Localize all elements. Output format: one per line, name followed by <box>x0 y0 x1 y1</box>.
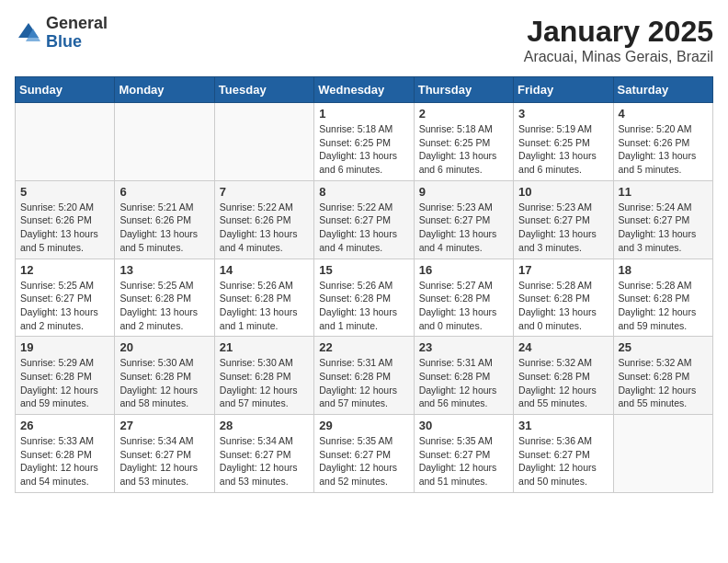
day-number: 18 <box>619 263 708 277</box>
header-sunday: Sunday <box>16 77 115 103</box>
calendar-cell: 22Sunrise: 5:31 AM Sunset: 6:28 PM Dayli… <box>314 337 414 415</box>
day-detail: Sunrise: 5:24 AM Sunset: 6:27 PM Dayligh… <box>619 201 708 255</box>
calendar-cell: 3Sunrise: 5:19 AM Sunset: 6:25 PM Daylig… <box>514 103 613 181</box>
calendar-cell: 10Sunrise: 5:23 AM Sunset: 6:27 PM Dayli… <box>514 180 613 259</box>
calendar-week-row: 12Sunrise: 5:25 AM Sunset: 6:27 PM Dayli… <box>16 259 713 337</box>
day-detail: Sunrise: 5:18 AM Sunset: 6:25 PM Dayligh… <box>319 122 408 177</box>
day-detail: Sunrise: 5:34 AM Sunset: 6:27 PM Dayligh… <box>220 434 309 488</box>
calendar-week-row: 26Sunrise: 5:33 AM Sunset: 6:28 PM Dayli… <box>16 415 713 493</box>
day-detail: Sunrise: 5:25 AM Sunset: 6:28 PM Dayligh… <box>119 279 209 333</box>
day-detail: Sunrise: 5:23 AM Sunset: 6:27 PM Dayligh… <box>518 201 608 255</box>
day-detail: Sunrise: 5:21 AM Sunset: 6:26 PM Dayligh… <box>119 201 209 255</box>
day-number: 16 <box>419 263 508 277</box>
day-detail: Sunrise: 5:36 AM Sunset: 6:27 PM Dayligh… <box>518 434 608 488</box>
day-number: 5 <box>20 185 109 199</box>
day-detail: Sunrise: 5:28 AM Sunset: 6:28 PM Dayligh… <box>619 279 708 333</box>
calendar-cell: 2Sunrise: 5:18 AM Sunset: 6:25 PM Daylig… <box>414 103 513 181</box>
day-detail: Sunrise: 5:31 AM Sunset: 6:28 PM Dayligh… <box>419 356 508 410</box>
calendar-cell: 19Sunrise: 5:29 AM Sunset: 6:28 PM Dayli… <box>16 337 115 415</box>
calendar-cell <box>214 103 313 181</box>
calendar-week-row: 5Sunrise: 5:20 AM Sunset: 6:26 PM Daylig… <box>16 180 713 259</box>
day-number: 31 <box>518 419 608 432</box>
day-number: 29 <box>319 419 408 432</box>
logo: General Blue <box>15 15 108 52</box>
calendar-subtitle: Aracuai, Minas Gerais, Brazil <box>524 49 713 65</box>
calendar-cell: 9Sunrise: 5:23 AM Sunset: 6:27 PM Daylig… <box>414 180 513 259</box>
calendar-cell: 24Sunrise: 5:32 AM Sunset: 6:28 PM Dayli… <box>514 337 613 415</box>
day-number: 21 <box>220 340 309 354</box>
day-number: 30 <box>419 419 508 432</box>
calendar-cell: 27Sunrise: 5:34 AM Sunset: 6:27 PM Dayli… <box>115 415 214 493</box>
day-number: 9 <box>419 185 508 199</box>
day-number: 20 <box>119 340 209 354</box>
calendar-cell: 17Sunrise: 5:28 AM Sunset: 6:28 PM Dayli… <box>514 259 613 337</box>
day-number: 25 <box>619 340 708 354</box>
calendar-cell: 8Sunrise: 5:22 AM Sunset: 6:27 PM Daylig… <box>314 180 414 259</box>
day-number: 23 <box>419 340 508 354</box>
calendar-cell: 21Sunrise: 5:30 AM Sunset: 6:28 PM Dayli… <box>214 337 313 415</box>
day-number: 13 <box>119 263 209 277</box>
day-number: 17 <box>518 263 608 277</box>
day-detail: Sunrise: 5:32 AM Sunset: 6:28 PM Dayligh… <box>518 356 608 410</box>
day-number: 26 <box>20 419 109 432</box>
day-number: 24 <box>518 340 608 354</box>
day-number: 12 <box>20 263 109 277</box>
calendar-cell: 12Sunrise: 5:25 AM Sunset: 6:27 PM Dayli… <box>16 259 115 337</box>
calendar-cell: 1Sunrise: 5:18 AM Sunset: 6:25 PM Daylig… <box>314 103 414 181</box>
calendar-cell: 6Sunrise: 5:21 AM Sunset: 6:26 PM Daylig… <box>115 180 214 259</box>
day-number: 8 <box>319 185 408 199</box>
day-number: 1 <box>319 107 408 121</box>
day-number: 27 <box>119 419 209 432</box>
day-detail: Sunrise: 5:32 AM Sunset: 6:28 PM Dayligh… <box>619 356 708 410</box>
calendar-cell: 16Sunrise: 5:27 AM Sunset: 6:28 PM Dayli… <box>414 259 513 337</box>
logo-icon <box>15 19 42 47</box>
day-detail: Sunrise: 5:20 AM Sunset: 6:26 PM Dayligh… <box>20 201 109 255</box>
calendar-cell: 11Sunrise: 5:24 AM Sunset: 6:27 PM Dayli… <box>613 180 712 259</box>
calendar-header-row: SundayMondayTuesdayWednesdayThursdayFrid… <box>16 77 713 103</box>
calendar-cell: 28Sunrise: 5:34 AM Sunset: 6:27 PM Dayli… <box>214 415 313 493</box>
calendar-week-row: 19Sunrise: 5:29 AM Sunset: 6:28 PM Dayli… <box>16 337 713 415</box>
day-number: 7 <box>220 185 309 199</box>
calendar-cell <box>16 103 115 181</box>
day-number: 22 <box>319 340 408 354</box>
day-number: 15 <box>319 263 408 277</box>
day-number: 19 <box>20 340 109 354</box>
day-number: 3 <box>518 107 608 121</box>
day-detail: Sunrise: 5:35 AM Sunset: 6:27 PM Dayligh… <box>319 434 408 488</box>
day-detail: Sunrise: 5:30 AM Sunset: 6:28 PM Dayligh… <box>220 356 309 410</box>
calendar-cell: 20Sunrise: 5:30 AM Sunset: 6:28 PM Dayli… <box>115 337 214 415</box>
calendar-table: SundayMondayTuesdayWednesdayThursdayFrid… <box>15 76 713 493</box>
logo-text: General Blue <box>46 15 108 52</box>
day-detail: Sunrise: 5:33 AM Sunset: 6:28 PM Dayligh… <box>20 434 109 488</box>
day-number: 6 <box>119 185 209 199</box>
calendar-cell: 4Sunrise: 5:20 AM Sunset: 6:26 PM Daylig… <box>613 103 712 181</box>
calendar-cell: 14Sunrise: 5:26 AM Sunset: 6:28 PM Dayli… <box>214 259 313 337</box>
day-number: 10 <box>518 185 608 199</box>
calendar-cell: 15Sunrise: 5:26 AM Sunset: 6:28 PM Dayli… <box>314 259 414 337</box>
calendar-cell: 5Sunrise: 5:20 AM Sunset: 6:26 PM Daylig… <box>16 180 115 259</box>
calendar-cell: 26Sunrise: 5:33 AM Sunset: 6:28 PM Dayli… <box>16 415 115 493</box>
calendar-title: January 2025 <box>524 15 713 49</box>
calendar-cell: 18Sunrise: 5:28 AM Sunset: 6:28 PM Dayli… <box>613 259 712 337</box>
header-monday: Monday <box>115 77 214 103</box>
header-saturday: Saturday <box>613 77 712 103</box>
day-detail: Sunrise: 5:31 AM Sunset: 6:28 PM Dayligh… <box>319 356 408 410</box>
calendar-cell <box>115 103 214 181</box>
header-thursday: Thursday <box>414 77 513 103</box>
calendar-cell: 25Sunrise: 5:32 AM Sunset: 6:28 PM Dayli… <box>613 337 712 415</box>
day-number: 4 <box>619 107 708 121</box>
day-detail: Sunrise: 5:22 AM Sunset: 6:27 PM Dayligh… <box>319 201 408 255</box>
day-detail: Sunrise: 5:23 AM Sunset: 6:27 PM Dayligh… <box>419 201 508 255</box>
calendar-cell: 30Sunrise: 5:35 AM Sunset: 6:27 PM Dayli… <box>414 415 513 493</box>
logo-general: General <box>46 15 108 33</box>
day-detail: Sunrise: 5:22 AM Sunset: 6:26 PM Dayligh… <box>220 201 309 255</box>
page-header: General Blue January 2025 Aracuai, Minas… <box>15 15 713 65</box>
header-friday: Friday <box>514 77 613 103</box>
day-number: 14 <box>220 263 309 277</box>
day-detail: Sunrise: 5:18 AM Sunset: 6:25 PM Dayligh… <box>419 122 508 177</box>
header-tuesday: Tuesday <box>214 77 313 103</box>
calendar-cell: 7Sunrise: 5:22 AM Sunset: 6:26 PM Daylig… <box>214 180 313 259</box>
day-detail: Sunrise: 5:29 AM Sunset: 6:28 PM Dayligh… <box>20 356 109 410</box>
day-detail: Sunrise: 5:26 AM Sunset: 6:28 PM Dayligh… <box>220 279 309 333</box>
day-detail: Sunrise: 5:30 AM Sunset: 6:28 PM Dayligh… <box>119 356 209 410</box>
